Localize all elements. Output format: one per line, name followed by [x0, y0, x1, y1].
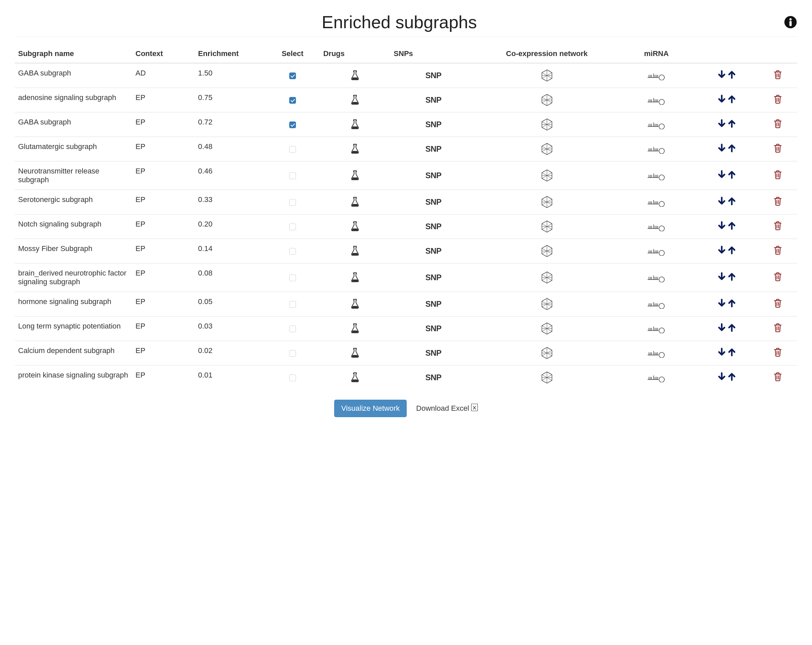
move-up-icon[interactable] [727, 143, 737, 155]
move-up-icon[interactable] [727, 347, 737, 359]
flask-icon[interactable] [349, 300, 361, 308]
delete-icon[interactable] [773, 326, 783, 334]
move-down-icon[interactable] [717, 70, 727, 81]
mirna-icon[interactable] [647, 71, 666, 79]
flask-icon[interactable] [349, 120, 361, 128]
snp-button[interactable]: SNP [426, 71, 441, 80]
snp-button[interactable]: SNP [426, 144, 441, 153]
info-icon[interactable] [784, 15, 797, 29]
delete-icon[interactable] [773, 275, 783, 283]
move-up-icon[interactable] [727, 70, 737, 81]
delete-icon[interactable] [773, 375, 783, 383]
move-down-icon[interactable] [717, 170, 727, 181]
coexpression-icon[interactable] [540, 273, 554, 281]
delete-icon[interactable] [773, 97, 783, 106]
move-down-icon[interactable] [717, 143, 727, 155]
mirna-icon[interactable] [647, 144, 666, 153]
coexpression-icon[interactable] [540, 144, 554, 153]
move-up-icon[interactable] [727, 221, 737, 232]
move-down-icon[interactable] [717, 245, 727, 257]
delete-icon[interactable] [773, 146, 783, 155]
delete-icon[interactable] [773, 248, 783, 257]
mirna-icon[interactable] [647, 348, 666, 357]
delete-icon[interactable] [773, 122, 783, 130]
select-checkbox[interactable] [289, 350, 296, 357]
mirna-icon[interactable] [647, 273, 666, 281]
mirna-icon[interactable] [647, 171, 666, 179]
move-up-icon[interactable] [727, 372, 737, 383]
snp-button[interactable]: SNP [426, 324, 441, 333]
select-checkbox[interactable] [289, 199, 296, 206]
snp-button[interactable]: SNP [426, 246, 441, 255]
select-checkbox[interactable] [289, 173, 296, 179]
mirna-icon[interactable] [647, 222, 666, 230]
coexpression-icon[interactable] [540, 373, 554, 381]
select-checkbox[interactable] [289, 72, 296, 79]
mirna-icon[interactable] [647, 120, 666, 128]
flask-icon[interactable] [349, 95, 361, 104]
coexpression-icon[interactable] [540, 324, 554, 332]
flask-icon[interactable] [349, 144, 361, 153]
select-checkbox[interactable] [289, 374, 296, 381]
move-down-icon[interactable] [717, 347, 727, 359]
flask-icon[interactable] [349, 324, 361, 332]
mirna-icon[interactable] [647, 324, 666, 332]
coexpression-icon[interactable] [540, 222, 554, 230]
coexpression-icon[interactable] [540, 197, 554, 206]
move-down-icon[interactable] [717, 298, 727, 310]
col-header-select[interactable]: Select [265, 44, 320, 63]
flask-icon[interactable] [349, 246, 361, 255]
move-down-icon[interactable] [717, 323, 727, 334]
visualize-network-button[interactable]: Visualize Network [334, 400, 407, 417]
select-checkbox[interactable] [289, 121, 296, 128]
mirna-icon[interactable] [647, 95, 666, 104]
move-down-icon[interactable] [717, 94, 727, 106]
move-up-icon[interactable] [727, 323, 737, 334]
coexpression-icon[interactable] [540, 171, 554, 179]
coexpression-icon[interactable] [540, 95, 554, 104]
coexpression-icon[interactable] [540, 348, 554, 357]
flask-icon[interactable] [349, 71, 361, 79]
flask-icon[interactable] [349, 171, 361, 179]
snp-button[interactable]: SNP [426, 300, 441, 309]
snp-button[interactable]: SNP [426, 171, 441, 180]
select-checkbox[interactable] [289, 97, 296, 104]
select-checkbox[interactable] [289, 248, 296, 255]
move-down-icon[interactable] [717, 272, 727, 283]
snp-button[interactable]: SNP [426, 120, 441, 129]
move-down-icon[interactable] [717, 372, 727, 383]
col-header-snps[interactable]: SNPs [390, 44, 476, 63]
coexpression-icon[interactable] [540, 71, 554, 79]
move-up-icon[interactable] [727, 119, 737, 130]
download-excel-link[interactable]: Download Excel [416, 404, 478, 413]
snp-button[interactable]: SNP [426, 95, 441, 104]
move-up-icon[interactable] [727, 94, 737, 106]
coexpression-icon[interactable] [540, 246, 554, 255]
snp-button[interactable]: SNP [426, 197, 441, 206]
mirna-icon[interactable] [647, 197, 666, 206]
col-header-context[interactable]: Context [132, 44, 195, 63]
snp-button[interactable]: SNP [426, 222, 441, 231]
select-checkbox[interactable] [289, 146, 296, 153]
delete-icon[interactable] [773, 301, 783, 310]
flask-icon[interactable] [349, 222, 361, 230]
col-header-enrichment[interactable]: Enrichment [195, 44, 265, 63]
col-header-coexpression[interactable]: Co-expression network [476, 44, 617, 63]
coexpression-icon[interactable] [540, 300, 554, 308]
delete-icon[interactable] [773, 199, 783, 208]
col-header-mirna[interactable]: miRNA [617, 44, 696, 63]
move-up-icon[interactable] [727, 196, 737, 208]
mirna-icon[interactable] [647, 373, 666, 381]
move-up-icon[interactable] [727, 272, 737, 283]
move-up-icon[interactable] [727, 170, 737, 181]
flask-icon[interactable] [349, 373, 361, 381]
select-checkbox[interactable] [289, 326, 296, 332]
flask-icon[interactable] [349, 197, 361, 206]
move-up-icon[interactable] [727, 298, 737, 310]
col-header-drugs[interactable]: Drugs [320, 44, 390, 63]
move-down-icon[interactable] [717, 119, 727, 130]
flask-icon[interactable] [349, 348, 361, 357]
snp-button[interactable]: SNP [426, 348, 441, 358]
move-down-icon[interactable] [717, 196, 727, 208]
mirna-icon[interactable] [647, 246, 666, 255]
